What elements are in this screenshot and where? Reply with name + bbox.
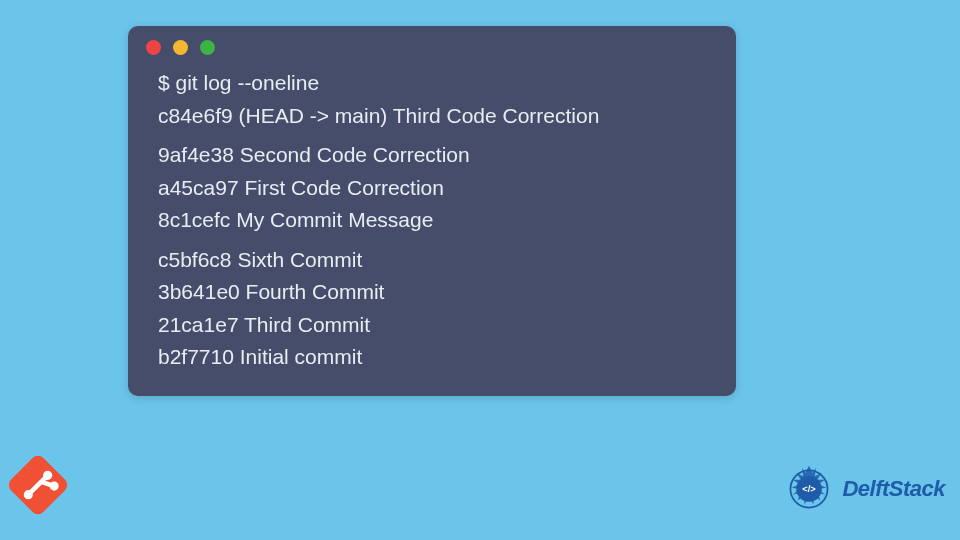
terminal-output-line: 8c1cefc My Commit Message	[158, 204, 706, 237]
git-logo-icon	[3, 450, 73, 520]
terminal-output-line: 3b641e0 Fourth Commit	[158, 276, 706, 309]
close-icon[interactable]	[146, 40, 161, 55]
window-title-bar	[128, 26, 736, 65]
terminal-command: $ git log --oneline	[158, 67, 706, 100]
terminal-output-line: 21ca1e7 Third Commit	[158, 309, 706, 342]
terminal-output: c84e6f9 (HEAD -> main) Third Code Correc…	[158, 100, 706, 374]
output-gap	[158, 237, 706, 244]
terminal-output-line: a45ca97 First Code Correction	[158, 172, 706, 205]
svg-text:</>: </>	[803, 484, 817, 494]
terminal-window: $ git log --oneline c84e6f9 (HEAD -> mai…	[128, 26, 736, 396]
output-gap	[158, 132, 706, 139]
delftstack-logo: </> DelftStack	[780, 460, 945, 518]
minimize-icon[interactable]	[173, 40, 188, 55]
maximize-icon[interactable]	[200, 40, 215, 55]
delftstack-text: DelftStack	[842, 476, 945, 502]
terminal-output-line: c5bf6c8 Sixth Commit	[158, 244, 706, 277]
delftstack-badge-icon: </>	[780, 460, 838, 518]
terminal-output-line: b2f7710 Initial commit	[158, 341, 706, 374]
terminal-body: $ git log --oneline c84e6f9 (HEAD -> mai…	[128, 65, 736, 374]
terminal-output-line: 9af4e38 Second Code Correction	[158, 139, 706, 172]
terminal-output-line: c84e6f9 (HEAD -> main) Third Code Correc…	[158, 100, 706, 133]
